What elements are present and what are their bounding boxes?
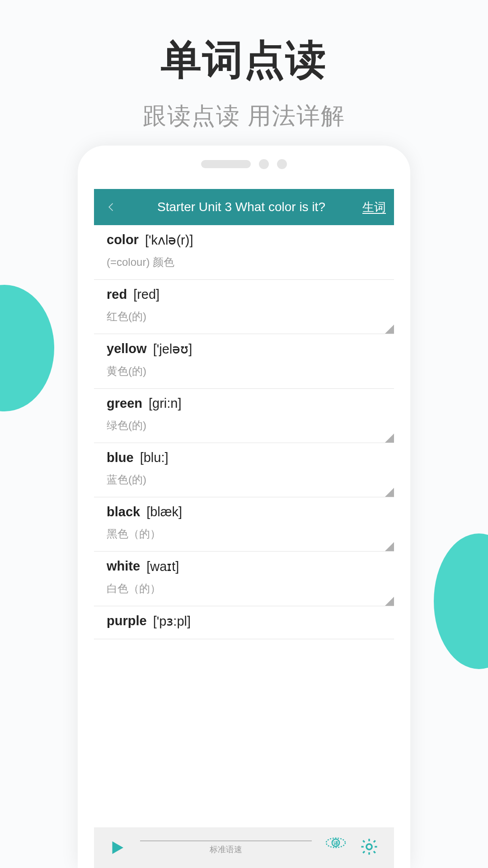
word-item[interactable]: red[red]红色(的) [94, 280, 394, 334]
speed-slider[interactable]: 标准语速 [140, 840, 312, 855]
word-item[interactable]: purple['pɜ:pl] [94, 606, 394, 639]
expand-corner-icon[interactable] [385, 542, 394, 551]
word-term: color [107, 232, 139, 248]
hero-subtitle: 跟读点读 用法详解 [0, 100, 488, 132]
word-list: color['kʌlə(r)](=colour) 颜色red[red]红色(的)… [94, 225, 394, 827]
bottom-bar: 标准语速 译 [94, 827, 394, 868]
word-phonetic: ['kʌlə(r)] [145, 232, 193, 248]
word-term: green [107, 396, 142, 411]
word-definition: 绿色(的) [107, 418, 381, 433]
word-item[interactable]: yellow['jeləʊ]黄色(的) [94, 334, 394, 389]
word-definition: 黑色（的） [107, 527, 381, 541]
word-definition: 蓝色(的) [107, 472, 381, 487]
play-icon[interactable] [108, 838, 127, 857]
translate-toggle-icon[interactable]: 译 [325, 837, 346, 858]
word-phonetic: [waɪt] [146, 559, 179, 574]
word-phonetic: ['jeləʊ] [153, 341, 192, 357]
phone-mockup: Starter Unit 3 What color is it? 生词 colo… [78, 146, 410, 868]
word-phonetic: ['pɜ:pl] [153, 613, 191, 629]
expand-corner-icon[interactable] [385, 434, 394, 443]
word-phonetic: [blæk] [146, 505, 182, 519]
word-definition: (=colour) 颜色 [107, 255, 381, 269]
speed-label: 标准语速 [210, 844, 242, 855]
hero-title: 单词点读 [0, 33, 488, 88]
svg-point-4 [366, 844, 372, 849]
word-term: purple [107, 613, 147, 629]
phone-notch [201, 159, 287, 169]
word-term: red [107, 287, 127, 302]
word-term: white [107, 559, 140, 574]
word-item[interactable]: blue[blu:]蓝色(的) [94, 443, 394, 497]
word-phonetic: [red] [133, 287, 160, 302]
word-item[interactable]: white[waɪt]白色（的） [94, 552, 394, 606]
app-header: Starter Unit 3 What color is it? 生词 [94, 189, 394, 225]
word-item[interactable]: color['kʌlə(r)](=colour) 颜色 [94, 225, 394, 280]
header-title: Starter Unit 3 What color is it? [120, 200, 362, 214]
word-definition: 红色(的) [107, 309, 381, 324]
word-definition: 黄色(的) [107, 364, 381, 378]
expand-corner-icon[interactable] [385, 488, 394, 497]
svg-marker-0 [113, 841, 124, 854]
word-term: yellow [107, 341, 147, 357]
expand-corner-icon[interactable] [385, 597, 394, 606]
svg-text:译: 译 [333, 840, 339, 846]
decorative-circle-left [0, 285, 54, 411]
decorative-circle-right [434, 533, 488, 669]
app-screen: Starter Unit 3 What color is it? 生词 colo… [94, 189, 394, 868]
back-icon[interactable] [102, 198, 120, 216]
word-definition: 白色（的） [107, 581, 381, 596]
word-item[interactable]: green[gri:n]绿色(的) [94, 389, 394, 443]
settings-gear-icon[interactable] [360, 837, 380, 858]
header-action-new-words[interactable]: 生词 [362, 199, 386, 215]
expand-corner-icon[interactable] [385, 325, 394, 334]
word-phonetic: [gri:n] [149, 396, 182, 411]
word-phonetic: [blu:] [140, 450, 169, 465]
word-term: black [107, 505, 140, 519]
word-item[interactable]: black[blæk]黑色（的） [94, 497, 394, 552]
word-term: blue [107, 450, 134, 465]
